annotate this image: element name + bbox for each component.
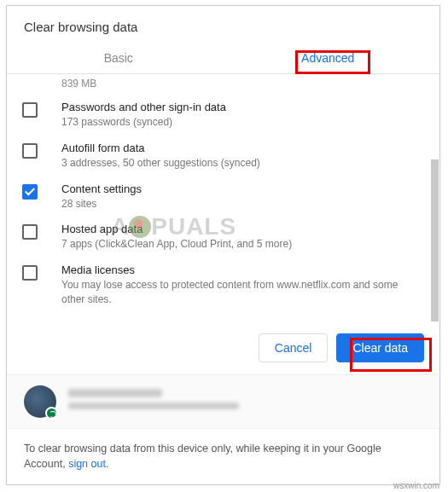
dialog-actions: Cancel Clear data xyxy=(7,321,439,375)
footer-period: . xyxy=(106,458,108,470)
account-email-redacted xyxy=(68,402,239,409)
avatar xyxy=(24,385,56,418)
option-sub: 28 sites xyxy=(61,197,417,211)
dialog-title: Clear browsing data xyxy=(7,6,439,43)
account-row xyxy=(7,375,439,429)
option-hosted-app-data: Hosted app data 7 apps (Click&Clean App,… xyxy=(22,217,417,258)
option-label: Autofill form data xyxy=(61,142,417,154)
checkbox-content-settings[interactable] xyxy=(22,184,38,200)
account-info xyxy=(68,389,239,414)
option-sub: 3 addresses, 50 other suggestions (synce… xyxy=(61,156,417,171)
scrollbar-thumb[interactable] xyxy=(431,159,439,321)
checkbox-passwords[interactable] xyxy=(22,102,38,118)
footer-note: To clear browsing data from this device … xyxy=(7,429,439,485)
options-scroll-area: 839 MB Passwords and other sign-in data … xyxy=(7,74,439,321)
clear-browsing-data-dialog: Clear browsing data Basic Advanced 839 M… xyxy=(6,5,440,485)
option-sub: 7 apps (Click&Clean App, Cloud Print, an… xyxy=(61,237,417,252)
option-media-licenses: Media licenses You may lose access to pr… xyxy=(22,258,417,313)
option-content-settings: Content settings 28 sites xyxy=(22,177,417,217)
tab-bar: Basic Advanced xyxy=(7,43,439,74)
sync-badge-icon xyxy=(45,407,58,420)
option-passwords: Passwords and other sign-in data 173 pas… xyxy=(22,95,417,136)
option-label: Media licenses xyxy=(61,263,417,276)
option-autofill: Autofill form data 3 addresses, 50 other… xyxy=(22,136,417,177)
option-label: Content settings xyxy=(61,182,417,195)
tab-advanced[interactable]: Advanced xyxy=(224,43,433,73)
option-label: Passwords and other sign-in data xyxy=(61,101,417,113)
tab-basic[interactable]: Basic xyxy=(14,43,224,73)
option-label: Hosted app data xyxy=(61,223,417,235)
truncated-prev-item-size: 839 MB xyxy=(22,78,417,90)
sign-out-link[interactable]: sign out xyxy=(68,458,106,470)
option-sub: You may lose access to protected content… xyxy=(61,278,417,307)
option-sub: 173 passwords (synced) xyxy=(61,115,417,130)
cancel-button[interactable]: Cancel xyxy=(259,333,329,362)
checkbox-media-licenses[interactable] xyxy=(22,265,38,281)
account-name-redacted xyxy=(68,389,162,397)
checkbox-autofill[interactable] xyxy=(22,143,38,159)
checkbox-hosted-app-data[interactable] xyxy=(22,224,38,240)
source-attribution: wsxwin.com xyxy=(393,481,439,490)
clear-data-button[interactable]: Clear data xyxy=(336,333,424,362)
